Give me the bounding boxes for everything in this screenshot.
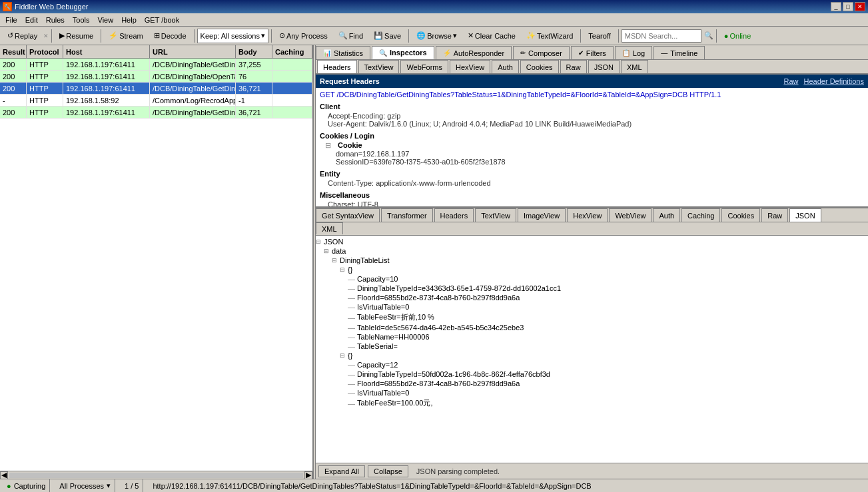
scroll-right-button[interactable]: ▶ [304, 471, 312, 479]
stream-button[interactable]: ⚡ Stream [104, 29, 147, 43]
collapse-obj2-icon[interactable]: ⊟ [340, 352, 348, 359]
sep3 [194, 29, 195, 43]
tab-filters[interactable]: ✔ Filters [571, 46, 614, 59]
req-tab-xml[interactable]: XML [621, 60, 648, 73]
cell-body: 36,721 [236, 83, 272, 94]
sep5 [408, 29, 409, 43]
col-body[interactable]: Body [236, 45, 272, 58]
req-tab-auth[interactable]: Auth [492, 60, 519, 73]
expand-all-button[interactable]: Expand All [318, 465, 365, 477]
list-item: — DiningTableTypeId=50fd002a-1c96-4b8c-8… [316, 369, 868, 379]
collapse-diningtablelist-icon[interactable]: ⊟ [332, 257, 340, 264]
msdn-search-input[interactable] [622, 29, 701, 43]
req-tab-json[interactable]: JSON [588, 60, 620, 73]
resp-tab-hexview[interactable]: HexView [567, 208, 608, 222]
resp-tab-textview[interactable]: TextView [475, 208, 516, 222]
resume-icon: ▶ [59, 31, 65, 40]
menu-view[interactable]: View [94, 15, 118, 25]
tab-timeline[interactable]: — Timeline [653, 46, 705, 59]
tearoff-button[interactable]: Tearoff [584, 29, 615, 43]
resp-tab-cookies[interactable]: Cookies [721, 208, 760, 222]
header-charset: Charset: UTF-8 [328, 200, 864, 206]
menu-file[interactable]: File [1, 15, 21, 25]
col-result[interactable]: Result [0, 45, 27, 58]
table-row[interactable]: 200 HTTP 192.168.1.197:61411 /DCB/Dining… [0, 59, 312, 71]
clearcache-icon: ✕ [468, 31, 474, 40]
window-controls[interactable]: _ □ ✕ [831, 2, 865, 11]
resp-tab-caching[interactable]: Caching [681, 208, 720, 222]
anyprocess-button[interactable]: ⊙ Any Process [274, 29, 332, 43]
req-tab-cookies[interactable]: Cookies [520, 60, 559, 73]
raw-link[interactable]: Raw [783, 77, 798, 85]
resp-tab-imageview[interactable]: ImageView [518, 208, 566, 222]
col-url[interactable]: URL [150, 45, 236, 58]
keep-dropdown[interactable]: Keep: All sessions ▾ [197, 29, 268, 43]
resp-tab-json[interactable]: JSON [789, 208, 821, 222]
req-tab-headers[interactable]: Headers [317, 60, 357, 73]
sep4 [271, 29, 272, 43]
menu-get-book[interactable]: GET /book [141, 15, 183, 25]
menu-rules[interactable]: Rules [42, 15, 69, 25]
resume-button[interactable]: ▶ Resume [55, 29, 98, 43]
col-protocol[interactable]: Protocol [27, 45, 63, 58]
table-row[interactable]: 200 HTTP 192.168.1.197:61411 /DCB/Dining… [0, 83, 312, 95]
tab-inspectors[interactable]: 🔍 Inspectors [372, 46, 434, 59]
menu-edit[interactable]: Edit [21, 15, 42, 25]
scroll-left-button[interactable]: ◀ [0, 471, 8, 479]
header-content-type: Content-Type: application/x-www-form-url… [328, 179, 864, 187]
decode-button[interactable]: ⊞ Decode [149, 29, 191, 43]
process-arrow-icon: ▾ [107, 481, 111, 490]
collapse-cookie-icon[interactable]: ⊟ [325, 141, 332, 150]
req-tab-textview[interactable]: TextView [358, 60, 400, 73]
table-row[interactable]: 200 HTTP 192.168.1.197:61411 /DCB/Dining… [0, 71, 312, 83]
resp-tab-raw[interactable]: Raw [761, 208, 788, 222]
online-button[interactable]: ● Online [719, 29, 755, 43]
req-tab-hexview[interactable]: HexView [450, 60, 490, 73]
header-definitions-link[interactable]: Header Definitions [804, 77, 865, 85]
col-caching[interactable]: Caching [272, 45, 312, 58]
close-button[interactable]: ✕ [855, 2, 865, 11]
table-row[interactable]: - HTTP 192.168.1.58:92 /Common/Log/Recro… [0, 95, 312, 107]
collapse-data-icon[interactable]: ⊟ [324, 248, 332, 254]
list-item: ⊟ {} [316, 351, 868, 360]
clearcache-button[interactable]: ✕ Clear Cache [463, 29, 520, 43]
col-host[interactable]: Host [63, 45, 150, 58]
connector-icon: — [348, 342, 357, 350]
tab-autoresponder[interactable]: ⚡ AutoResponder [436, 46, 512, 59]
collapse-json-icon[interactable]: ⊟ [316, 238, 324, 245]
tab-log[interactable]: 📋 Log [615, 46, 652, 59]
menu-help[interactable]: Help [117, 15, 141, 25]
req-tab-webforms[interactable]: WebForms [400, 60, 448, 73]
process-filter[interactable]: All Processes ▾ [55, 479, 115, 492]
title-bar: 🔧 Fiddler Web Debugger _ □ ✕ [0, 0, 868, 13]
menu-tools[interactable]: Tools [69, 15, 94, 25]
find-button[interactable]: 🔍 Find [334, 29, 368, 43]
table-row[interactable]: 200 HTTP 192.168.1.197:61411 /DCB/Dining… [0, 107, 312, 119]
resp-tab-xml[interactable]: XML [316, 222, 343, 234]
stream-icon: ⚡ [109, 31, 118, 40]
minimize-button[interactable]: _ [831, 2, 841, 11]
connector-icon: — [348, 284, 357, 292]
list-item: ⊟ JSON [316, 237, 868, 246]
browse-button[interactable]: 🌐 Browse ▾ [412, 29, 462, 43]
resp-tab-auth[interactable]: Auth [653, 208, 680, 222]
resp-tab-transformer[interactable]: Transformer [381, 208, 433, 222]
capturing-indicator: ● [7, 482, 11, 490]
search-go-icon[interactable]: 🔍 [704, 31, 713, 40]
resp-tab-headers[interactable]: Headers [434, 208, 474, 222]
req-tab-raw[interactable]: Raw [560, 60, 587, 73]
statistics-icon: 📊 [323, 49, 331, 57]
maximize-button[interactable]: □ [843, 2, 853, 11]
cell-body: 76 [236, 71, 272, 82]
replay-button[interactable]: ↺ Replay [3, 29, 42, 43]
resp-tab-webview[interactable]: WebView [609, 208, 651, 222]
tab-composer[interactable]: ✏ Composer [513, 46, 570, 59]
tab-statistics[interactable]: 📊 Statistics [316, 46, 370, 59]
connector-icon: — [348, 361, 357, 369]
resp-tab-syntaxview[interactable]: Get SyntaxView [316, 208, 380, 222]
collapse-obj1-icon[interactable]: ⊟ [340, 266, 348, 273]
save-button[interactable]: 💾 Save [369, 29, 406, 43]
collapse-button[interactable]: Collapse [368, 465, 408, 477]
list-item: ⊟ {} [316, 265, 868, 274]
textwizard-button[interactable]: ✨ TextWizard [522, 29, 578, 43]
